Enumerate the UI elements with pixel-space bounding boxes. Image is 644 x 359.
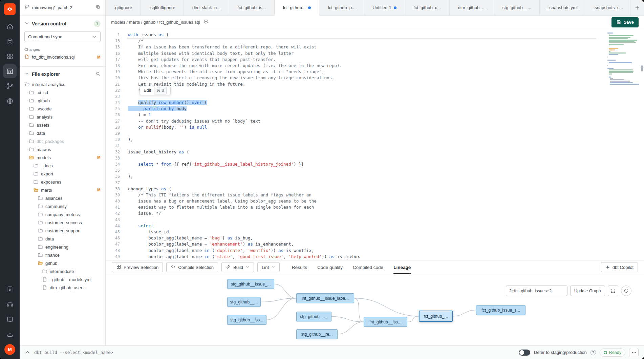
code-line[interactable]: ), xyxy=(128,173,644,180)
downloads-icon[interactable] xyxy=(3,327,17,341)
code-line[interactable] xyxy=(128,93,644,100)
editor-scrollbar[interactable] xyxy=(641,65,643,71)
folder-item[interactable]: data xyxy=(20,235,105,243)
panel-tab-compiled-code[interactable]: Compiled code xyxy=(353,260,383,274)
code-line[interactable] xyxy=(128,180,644,186)
folder-item[interactable]: modelsM xyxy=(20,153,105,162)
lineage-node[interactable]: fct_github_issue_s... xyxy=(476,305,525,315)
panel-tab-code-quality[interactable]: Code quality xyxy=(317,260,343,274)
code-editor[interactable]: 1131516171819202122232425262728293031323… xyxy=(106,29,644,260)
folder-item[interactable]: .github xyxy=(20,97,105,105)
lineage-selector-input[interactable] xyxy=(506,286,567,296)
build-button[interactable]: Build xyxy=(221,262,254,272)
new-tab-button[interactable] xyxy=(630,0,644,15)
branch-icon[interactable] xyxy=(3,79,17,93)
code-line[interactable]: While this prevents the old issue from a… xyxy=(128,69,644,75)
folder-item[interactable]: finance xyxy=(20,251,105,259)
update-graph-button[interactable]: Update Graph xyxy=(570,286,605,296)
edit-action-label[interactable]: Edit xyxy=(144,87,151,93)
code-line[interactable] xyxy=(128,143,644,149)
editor-tab[interactable]: fct_github... xyxy=(275,0,320,16)
folder-item[interactable]: assets xyxy=(20,121,105,129)
code-line[interactable]: boolor_agg(label_name = 'enhancement') a… xyxy=(128,241,644,247)
code-line[interactable]: with issues as ( xyxy=(128,32,644,38)
code-line[interactable]: issue_id, xyxy=(128,229,644,235)
folder-item[interactable]: martsM xyxy=(20,186,105,194)
code-line[interactable]: For now, choose the one with more recent… xyxy=(128,63,644,69)
changed-file-item[interactable]: fct_dbt_invocations.sql M xyxy=(24,53,101,62)
folder-item[interactable]: exposures xyxy=(20,178,105,186)
code-line[interactable]: or nullif(body, '') is null xyxy=(128,124,644,130)
lineage-node[interactable]: stg_github__re... xyxy=(296,329,338,339)
folder-item[interactable]: alliances xyxy=(20,194,105,202)
code-line[interactable]: issue_label_history as ( xyxy=(128,149,644,155)
home-icon[interactable] xyxy=(3,20,17,33)
compile-selection-button[interactable]: Compile Selection xyxy=(166,262,218,272)
folder-item[interactable]: company_metrics xyxy=(20,210,105,218)
help-icon[interactable] xyxy=(591,350,596,355)
defer-toggle[interactable] xyxy=(519,350,530,356)
editor-tab[interactable]: dim_slack_u... xyxy=(184,0,229,15)
docs-icon[interactable] xyxy=(3,312,17,326)
editor-tab[interactable]: dim_github_... xyxy=(450,0,494,15)
folder-item[interactable]: .vscode xyxy=(20,105,105,113)
commit-and-sync-button[interactable]: Commit and sync xyxy=(24,31,101,42)
explore-icon[interactable] xyxy=(3,94,17,108)
lineage-node[interactable]: stg_github__... xyxy=(227,297,261,307)
code-line[interactable]: -- don't try deduping issues with no `bo… xyxy=(128,118,644,124)
more-options-button[interactable] xyxy=(629,348,639,357)
chevron-down-icon[interactable] xyxy=(271,265,275,270)
code-line[interactable]: /* xyxy=(128,38,644,44)
code-line[interactable]: /* This CTE flattens the different issue… xyxy=(128,192,644,198)
code-line[interactable]: Let's revisit this modeling in the futur… xyxy=(128,81,644,87)
folder-item[interactable]: engineering xyxy=(20,243,105,251)
notebook-icon[interactable] xyxy=(3,282,17,296)
lineage-node[interactable]: int_github__iss... xyxy=(364,317,407,327)
folder-item[interactable]: _docs xyxy=(20,162,105,170)
code-line[interactable]: ) = 1 xyxy=(128,112,644,118)
code-line[interactable] xyxy=(128,155,644,161)
code-line[interactable]: If an issue has been transferred to a di… xyxy=(128,44,644,50)
code-line[interactable]: issue. */ xyxy=(128,210,644,216)
folder-item[interactable]: data xyxy=(20,129,105,137)
code-line[interactable]: boolor_agg(label_name = 'bug') as is_bug… xyxy=(128,235,644,241)
file-item[interactable]: _github__models.yml xyxy=(20,275,105,283)
lint-button[interactable]: Lint xyxy=(257,262,280,272)
lineage-node[interactable]: stg_github__... xyxy=(296,312,331,321)
editor-tab[interactable]: _snapshots_s... xyxy=(585,0,630,15)
code-line[interactable]: select * from {{ ref('int_github__issue_… xyxy=(128,161,644,167)
lineage-node[interactable]: int_github__issue_labe... xyxy=(296,293,354,303)
copy-branch-icon[interactable] xyxy=(95,4,101,11)
code-line[interactable] xyxy=(128,130,644,136)
folder-item[interactable]: analysis xyxy=(20,113,105,121)
apps-icon[interactable] xyxy=(3,49,17,63)
code-line[interactable]: */ xyxy=(128,87,644,93)
code-line[interactable]: issue has a bug or enhancement label. Us… xyxy=(128,198,644,204)
expand-panel-button[interactable] xyxy=(25,350,30,355)
code-line[interactable]: boolor_agg(label_name in ('duplicate', '… xyxy=(128,248,644,254)
folder-item[interactable]: customer_success xyxy=(20,218,105,227)
folder-item[interactable]: macros xyxy=(20,145,105,153)
code-line[interactable]: this has the effect of removing the new … xyxy=(128,75,644,81)
minimap[interactable] xyxy=(607,33,639,85)
code-content[interactable]: with issues as ( /* If an issue has been… xyxy=(125,32,644,260)
search-icon[interactable] xyxy=(95,71,101,78)
code-line[interactable] xyxy=(128,167,644,173)
editor-tab[interactable]: Untitled-1 xyxy=(364,0,405,15)
editor-tab[interactable]: _snapshots.yml xyxy=(540,0,585,15)
file-item[interactable]: dim_github_user... xyxy=(20,283,105,292)
editor-tab[interactable]: .gitignore xyxy=(106,0,141,15)
chevron-down-icon[interactable] xyxy=(24,71,29,78)
code-line[interactable]: boolor_agg(label_name in ('stale', 'good… xyxy=(128,254,644,260)
dbt-logo-icon[interactable] xyxy=(4,3,16,15)
code-line[interactable]: qualify row_number() over ( xyxy=(128,100,644,106)
fullscreen-icon[interactable] xyxy=(608,286,618,296)
code-line[interactable]: change_types as ( xyxy=(128,186,644,192)
folder-item[interactable]: intermediate xyxy=(20,267,105,275)
chevron-down-icon[interactable] xyxy=(24,21,29,27)
ide-icon[interactable] xyxy=(3,64,17,78)
refresh-icon[interactable] xyxy=(621,286,631,296)
user-avatar[interactable]: M xyxy=(4,344,15,355)
dbt-command[interactable]: dbt build --select <model_name> xyxy=(34,350,113,355)
folder-item[interactable]: .ci_cd xyxy=(20,88,105,97)
